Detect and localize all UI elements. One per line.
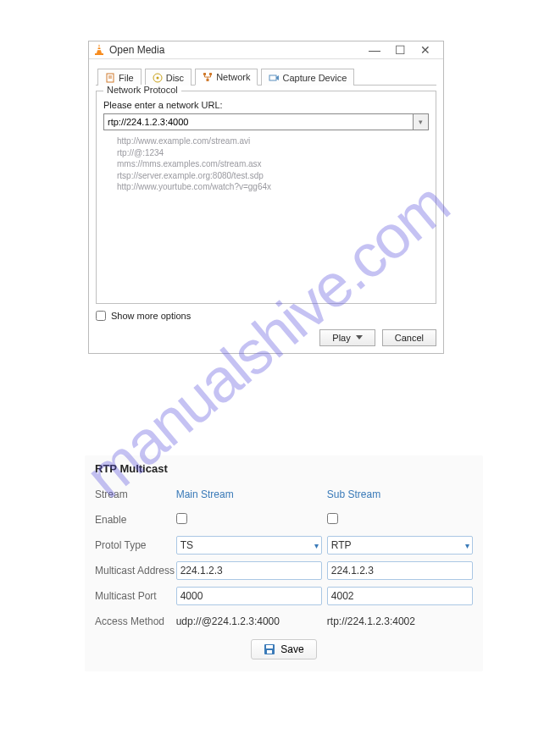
svg-rect-15 [266,645,273,648]
protocol-main-select[interactable]: TS [176,536,322,555]
svg-rect-11 [207,79,209,81]
hint-line: mms://mms.examples.com/stream.asx [117,158,429,170]
svg-rect-10 [209,73,212,75]
svg-point-8 [156,76,158,79]
tab-file[interactable]: File [97,69,142,86]
chevron-down-icon: ▾ [419,118,423,126]
cancel-button[interactable]: Cancel [382,329,436,346]
rtp-multicast-panel: RTP Multicast Stream Main Stream Sub Str… [85,455,483,671]
show-more-options-checkbox[interactable] [96,311,106,321]
svg-rect-9 [203,73,206,75]
svg-rect-1 [95,53,103,55]
minimize-button[interactable]: — [362,44,387,56]
show-more-options-row[interactable]: Show more options [96,311,436,321]
enable-sub-checkbox[interactable] [327,513,338,524]
row-label-enable: Enable [95,514,176,526]
disc-icon [153,73,163,83]
titlebar: Open Media — ☐ ✕ [89,41,443,59]
play-button-label: Play [332,333,350,343]
tab-network[interactable]: Network [195,69,258,86]
cancel-button-label: Cancel [395,333,424,343]
close-button[interactable]: ✕ [413,44,438,56]
svg-marker-0 [97,44,102,53]
network-protocol-group: Network Protocol Please enter a network … [96,91,436,304]
show-more-options-label: Show more options [111,311,191,321]
maximize-button[interactable]: ☐ [387,44,413,56]
rtp-title: RTP Multicast [95,462,473,475]
save-icon [264,643,275,655]
row-label-access: Access Method [95,615,176,627]
tab-file-label: File [119,73,134,83]
address-sub-input[interactable] [327,561,473,580]
tab-capture[interactable]: Capture Device [261,69,354,86]
group-legend: Network Protocol [103,85,181,95]
svg-rect-2 [97,47,101,47]
access-main-value: udp://@224.1.2.3:4000 [176,615,322,627]
file-icon [105,73,115,83]
capture-icon [269,73,279,83]
tab-disc-label: Disc [166,73,184,83]
url-prompt-label: Please enter a network URL: [103,100,429,110]
row-label-protocol: Protol Type [95,539,176,551]
network-url-input[interactable] [103,113,414,130]
vlc-open-media-dialog: Open Media — ☐ ✕ File Disc Network Captu… [88,41,444,354]
col-header-sub: Sub Stream [327,488,473,500]
hint-line: rtp://@:1234 [117,147,429,159]
tabbar: File Disc Network Capture Device [96,68,436,86]
row-label-port: Multicast Port [95,590,176,602]
play-button[interactable]: Play [319,329,375,346]
col-header-main: Main Stream [176,488,322,500]
hint-line: rtsp://server.example.org:8080/test.sdp [117,170,429,182]
hint-line: http://www.example.com/stream.avi [117,135,429,147]
port-main-input[interactable] [176,587,322,605]
svg-rect-3 [97,49,102,50]
network-icon [203,72,213,82]
protocol-sub-select[interactable]: RTP [327,536,473,555]
tab-disc[interactable]: Disc [145,69,192,86]
port-sub-input[interactable] [327,587,473,605]
address-main-input[interactable] [176,561,322,580]
access-sub-value: rtp://224.1.2.3:4002 [327,615,473,627]
url-hints: http://www.example.com/stream.avi rtp://… [117,135,429,193]
dropdown-caret-icon [356,335,363,339]
vlc-cone-icon [94,44,104,56]
enable-main-checkbox[interactable] [176,513,187,524]
svg-rect-12 [269,75,276,80]
tab-capture-label: Capture Device [282,73,347,83]
save-button-label: Save [280,643,303,655]
row-label-address: Multicast Address [95,565,176,577]
save-button[interactable]: Save [251,639,316,659]
hint-line: http://www.yourtube.com/watch?v=gg64x [117,181,429,193]
url-dropdown-button[interactable]: ▾ [414,113,429,130]
tab-network-label: Network [216,72,250,82]
window-title: Open Media [109,44,362,56]
svg-rect-16 [267,650,272,654]
row-label-stream: Stream [95,488,176,500]
